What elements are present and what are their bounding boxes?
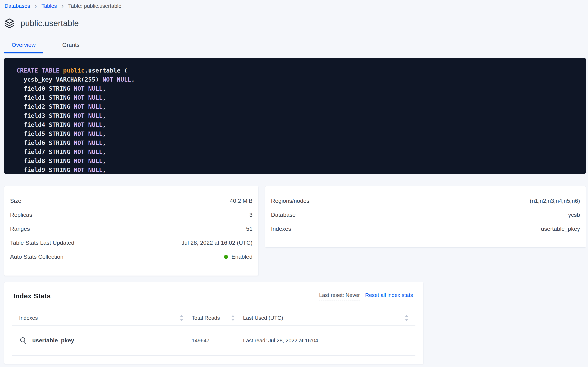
column-header-last-used-label: Last Used (UTC) bbox=[243, 315, 283, 321]
column-header-indexes-label: Indexes bbox=[19, 315, 38, 321]
stat-label: Auto Stats Collection bbox=[10, 254, 64, 260]
table-details-section: Size40.2 MiBReplicas3Ranges51Table Stats… bbox=[4, 186, 586, 276]
stat-value: (n1,n2,n3,n4,n5,n6) bbox=[530, 198, 580, 204]
chevron-right-icon: › bbox=[61, 3, 64, 8]
table-config-card: Regions/nodes(n1,n2,n3,n4,n5,n6)Database… bbox=[265, 186, 586, 248]
stat-row: Replicas3 bbox=[10, 208, 252, 222]
magnifier-icon bbox=[19, 336, 27, 345]
stat-value: 51 bbox=[246, 226, 252, 232]
tab-overview-label: Overview bbox=[12, 42, 36, 48]
column-header-last-used[interactable]: Last Used (UTC) bbox=[243, 315, 408, 321]
sql-code: CREATE TABLE public.usertable ( ycsb_key… bbox=[17, 66, 578, 174]
sort-icon[interactable] bbox=[180, 315, 183, 321]
page-header: public.usertable bbox=[4, 18, 588, 29]
page-title: public.usertable bbox=[21, 19, 79, 28]
code-line: field0 STRING NOT NULL, bbox=[17, 84, 578, 93]
tab-overview[interactable]: Overview bbox=[4, 39, 43, 53]
code-line: field2 STRING NOT NULL, bbox=[17, 102, 578, 111]
stat-row: Indexesusertable_pkey bbox=[271, 222, 580, 236]
code-line: field8 STRING NOT NULL, bbox=[17, 156, 578, 166]
code-line: field9 STRING NOT NULL, bbox=[17, 166, 578, 174]
stat-label: Indexes bbox=[271, 226, 291, 232]
code-line: field6 STRING NOT NULL, bbox=[17, 138, 578, 147]
stat-value: Jul 28, 2022 at 16:02 (UTC) bbox=[182, 240, 252, 246]
last-reset-label[interactable]: Last reset: Never bbox=[319, 292, 360, 300]
stat-label: Regions/nodes bbox=[271, 198, 309, 204]
tab-grants-label: Grants bbox=[62, 42, 80, 48]
stat-label: Table Stats Last Updated bbox=[10, 240, 74, 246]
index-name-cell[interactable]: usertable_pkey bbox=[19, 336, 183, 345]
chevron-right-icon: › bbox=[34, 3, 37, 8]
stat-row: Auto Stats CollectionEnabled bbox=[10, 250, 252, 264]
stat-value: 40.2 MiB bbox=[230, 198, 253, 204]
breadcrumb-link-databases[interactable]: Databases bbox=[5, 3, 30, 9]
code-line: field1 STRING NOT NULL, bbox=[17, 93, 578, 102]
breadcrumb-current: Table: public.usertable bbox=[68, 3, 121, 9]
tab-grants[interactable]: Grants bbox=[51, 39, 91, 53]
status-enabled-dot-icon bbox=[224, 255, 228, 259]
sort-icon[interactable] bbox=[405, 315, 408, 321]
create-table-sql-block: CREATE TABLE public.usertable ( ycsb_key… bbox=[4, 58, 586, 174]
stat-label: Ranges bbox=[10, 226, 30, 232]
total-reads-value: 149647 bbox=[192, 337, 235, 344]
index-stats-card: Index Stats Last reset: Never Reset all … bbox=[4, 282, 423, 364]
breadcrumb: Databases › Tables › Table: public.usert… bbox=[0, 0, 588, 9]
index-stats-title: Index Stats bbox=[13, 292, 50, 300]
index-table-row: usertable_pkey149647Last read: Jul 28, 2… bbox=[4, 325, 423, 356]
last-used-value: Last read: Jul 28, 2022 at 16:04 bbox=[243, 337, 408, 344]
code-line: field3 STRING NOT NULL, bbox=[17, 111, 578, 120]
stat-label: Database bbox=[271, 212, 296, 218]
breadcrumb-link-tables[interactable]: Tables bbox=[41, 3, 57, 9]
sort-icon[interactable] bbox=[231, 315, 235, 321]
column-header-indexes[interactable]: Indexes bbox=[19, 315, 183, 321]
stat-row: Ranges51 bbox=[10, 222, 252, 236]
stat-value: 3 bbox=[249, 212, 252, 218]
active-tab-underline bbox=[4, 52, 43, 53]
table-stats-card: Size40.2 MiBReplicas3Ranges51Table Stats… bbox=[4, 186, 258, 276]
layers-icon bbox=[4, 18, 15, 29]
index-table-body: usertable_pkey149647Last read: Jul 28, 2… bbox=[4, 325, 423, 356]
code-line: ycsb_key VARCHAR(255) NOT NULL, bbox=[17, 75, 578, 84]
code-line: field7 STRING NOT NULL, bbox=[17, 147, 578, 156]
stat-row: Size40.2 MiB bbox=[10, 194, 252, 208]
column-header-total-reads-label: Total Reads bbox=[192, 315, 220, 321]
stat-value: ycsb bbox=[568, 212, 580, 218]
stat-row: Table Stats Last UpdatedJul 28, 2022 at … bbox=[10, 236, 252, 250]
column-header-total-reads[interactable]: Total Reads bbox=[192, 315, 235, 321]
index-name[interactable]: usertable_pkey bbox=[32, 337, 74, 344]
stat-value: usertable_pkey bbox=[541, 226, 580, 232]
index-table-header: Indexes Total Reads Last Used (UTC) bbox=[4, 314, 423, 322]
stat-row: Regions/nodes(n1,n2,n3,n4,n5,n6) bbox=[271, 194, 580, 208]
stat-value: Enabled bbox=[224, 254, 252, 260]
code-line: field4 STRING NOT NULL, bbox=[17, 120, 578, 129]
tab-bar: Overview Grants bbox=[4, 39, 586, 53]
reset-all-index-stats-link[interactable]: Reset all index stats bbox=[365, 292, 413, 298]
row-divider bbox=[12, 356, 415, 356]
code-line: field5 STRING NOT NULL, bbox=[17, 129, 578, 138]
stat-label: Size bbox=[10, 198, 21, 204]
stat-label: Replicas bbox=[10, 212, 32, 218]
stat-row: Databaseycsb bbox=[271, 208, 580, 222]
code-line: CREATE TABLE public.usertable ( bbox=[17, 66, 578, 75]
